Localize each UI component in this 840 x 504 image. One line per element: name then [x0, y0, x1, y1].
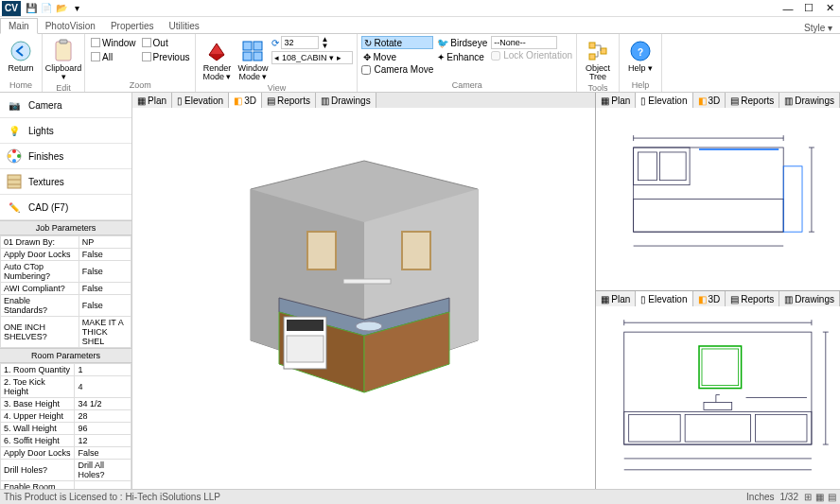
param-value[interactable]: NP: [79, 236, 131, 249]
param-value[interactable]: False: [79, 295, 131, 317]
param-row[interactable]: Auto CTop Numbering?False: [1, 261, 131, 283]
param-row[interactable]: 5. Wall Height96: [1, 423, 131, 435]
main-tab-3d[interactable]: ◧3D: [229, 93, 262, 108]
room-params-table: 1. Room Quantity12. Toe Kick Height43. B…: [0, 363, 131, 489]
return-button[interactable]: Return: [4, 36, 38, 75]
zoom-out-icon: [142, 38, 151, 47]
enhance-button[interactable]: ✦Enhance: [435, 50, 489, 63]
scale-label[interactable]: 1/32: [780, 492, 798, 502]
bottom-tab-3d[interactable]: ◧3D: [693, 291, 726, 306]
param-value[interactable]: False: [79, 283, 131, 295]
param-value[interactable]: False: [79, 261, 131, 283]
param-value[interactable]: 28: [75, 410, 131, 423]
param-key: Enable Standards?: [1, 295, 79, 317]
render-mode-button[interactable]: Render Mode ▾: [200, 36, 234, 83]
style-dropdown[interactable]: Style ▾: [804, 23, 840, 33]
main-tab-plan[interactable]: ▦Plan: [132, 93, 172, 108]
main-3d-canvas[interactable]: [132, 108, 595, 489]
units-label[interactable]: Inches: [746, 492, 774, 502]
group-camera: ↻Rotate ✥Move Camera Move 🐦Birdseye ✦Enh…: [358, 34, 577, 92]
param-row[interactable]: 4. Upper Height28: [1, 410, 131, 423]
param-value[interactable]: 12: [75, 435, 131, 447]
palette-lights[interactable]: 💡Lights: [0, 118, 131, 144]
main-tab-drawings[interactable]: ▥Drawings: [316, 93, 376, 108]
snap-icon[interactable]: ⊞: [804, 492, 812, 502]
layers-icon[interactable]: ▤: [828, 492, 836, 502]
tab-main[interactable]: Main: [0, 18, 38, 34]
param-row[interactable]: 3. Base Height34 1/2: [1, 398, 131, 410]
top-tab-plan[interactable]: ▦Plan: [596, 93, 636, 108]
close-button[interactable]: ✕: [819, 1, 840, 16]
param-row[interactable]: Apply Door LocksFalse: [1, 447, 131, 460]
param-row[interactable]: 1. Room Quantity1: [1, 364, 131, 376]
fov-stepper[interactable]: ▲▼: [321, 36, 328, 49]
license-text: This Product is Licensed to : Hi-Tech iS…: [4, 492, 220, 502]
param-value[interactable]: MAKE IT A THICK SHEL: [79, 317, 131, 348]
window-mode-button[interactable]: Window Mode ▾: [236, 36, 270, 83]
palette-finishes[interactable]: Finishes: [0, 144, 131, 169]
grid-icon[interactable]: ▦: [815, 492, 824, 502]
param-value[interactable]: 4: [75, 376, 131, 398]
object-tree-button[interactable]: Object Tree: [581, 36, 615, 83]
palette-cad[interactable]: ✏️CAD (F7): [0, 195, 131, 220]
birdseye-button[interactable]: 🐦Birdseye: [435, 36, 489, 49]
lock-orientation-checkbox[interactable]: Lock Orientation: [491, 50, 572, 61]
camera-rotate-button[interactable]: ↻Rotate: [361, 36, 433, 49]
palette-camera[interactable]: 📷Camera: [0, 93, 131, 118]
param-value[interactable]: False: [75, 447, 131, 460]
bottom-tab-reports[interactable]: ▤Reports: [726, 291, 779, 306]
maximize-button[interactable]: ☐: [798, 1, 819, 16]
param-value[interactable]: 1: [75, 364, 131, 376]
top-elevation-canvas[interactable]: [596, 108, 840, 290]
param-row[interactable]: ONE INCH SHELVES?MAKE IT A THICK SHEL: [1, 317, 131, 348]
tab-properties[interactable]: Properties: [103, 19, 162, 33]
param-row[interactable]: Enable Room QTYTrue: [1, 481, 131, 490]
param-row[interactable]: Enable Standards?False: [1, 295, 131, 317]
zoom-window-button[interactable]: Window: [89, 36, 138, 49]
top-tab-drawings[interactable]: ▥Drawings: [779, 93, 840, 108]
bottom-tab-elevation[interactable]: ▯Elevation: [636, 291, 692, 306]
tab-utilities[interactable]: Utilities: [161, 19, 206, 33]
selection-combo[interactable]: ◂ 108_CABIN ▾ ▸: [271, 51, 353, 64]
refresh-icon[interactable]: ⟳: [271, 38, 279, 48]
bottom-tab-drawings[interactable]: ▥Drawings: [779, 291, 840, 306]
minimize-button[interactable]: —: [778, 1, 798, 16]
help-button[interactable]: ? Help ▾: [623, 36, 657, 75]
palette-textures[interactable]: Textures: [0, 169, 131, 195]
param-value[interactable]: 34 1/2: [75, 398, 131, 410]
tab-photovision[interactable]: PhotoVision: [38, 19, 103, 33]
top-tab-reports[interactable]: ▤Reports: [726, 93, 779, 108]
svg-rect-7: [589, 43, 595, 48]
param-row[interactable]: Drill Holes?Drill All Holes?: [1, 460, 131, 481]
camera-none-combo[interactable]: --None--: [491, 36, 557, 49]
param-value[interactable]: Drill All Holes?: [75, 460, 131, 481]
qat-dropdown-icon[interactable]: ▾: [70, 2, 83, 15]
main-tab-elevation[interactable]: ▯Elevation: [172, 93, 229, 108]
main-viewport: ▦Plan ▯Elevation ◧3D ▤Reports ▥Drawings: [132, 93, 596, 489]
param-row[interactable]: AWI Compliant?False: [1, 283, 131, 295]
param-row[interactable]: 6. Soffit Height12: [1, 435, 131, 447]
param-row[interactable]: 01 Drawn By:NP: [1, 236, 131, 249]
camera-move-button[interactable]: ✥Move: [361, 50, 433, 63]
qat-save-icon[interactable]: 💾: [25, 2, 38, 15]
fov-input[interactable]: 32: [281, 36, 319, 49]
param-key: Enable Room QTY: [1, 481, 75, 490]
param-value[interactable]: True: [75, 481, 131, 490]
param-value[interactable]: 96: [75, 423, 131, 435]
camera-move-checkbox[interactable]: Camera Move: [361, 64, 433, 75]
top-tab-3d[interactable]: ◧3D: [693, 93, 726, 108]
clipboard-button[interactable]: Clipboard ▾: [46, 36, 80, 83]
param-value[interactable]: False: [79, 249, 131, 261]
bottom-elevation-canvas[interactable]: [596, 306, 840, 489]
qat-open-icon[interactable]: 📂: [55, 2, 68, 15]
param-row[interactable]: Apply Door LocksFalse: [1, 249, 131, 261]
top-tab-elevation[interactable]: ▯Elevation: [636, 93, 692, 108]
zoom-out-button[interactable]: Out: [140, 36, 192, 49]
qat-new-icon[interactable]: 📄: [40, 2, 53, 15]
param-row[interactable]: 2. Toe Kick Height4: [1, 376, 131, 398]
zoom-previous-button[interactable]: Previous: [140, 50, 192, 63]
svg-rect-42: [699, 346, 742, 389]
zoom-all-button[interactable]: All: [89, 50, 138, 63]
main-tab-reports[interactable]: ▤Reports: [262, 93, 316, 108]
bottom-tab-plan[interactable]: ▦Plan: [596, 291, 636, 306]
